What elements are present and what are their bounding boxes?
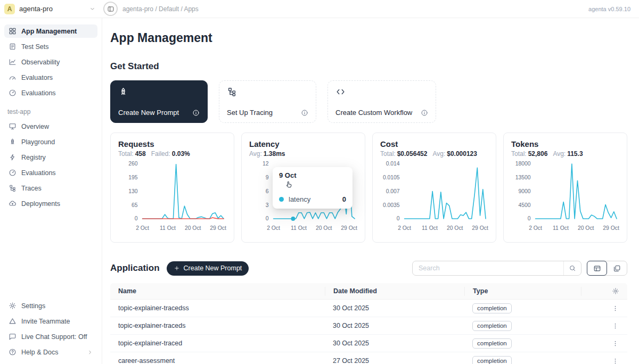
cardview-icon xyxy=(613,264,621,272)
tooltip-value: 0 xyxy=(342,195,346,203)
dotsv-icon xyxy=(611,340,619,348)
chart-plot[interactable]: 0651301952602 Oct11 Oct20 Oct29 Oct xyxy=(118,161,226,237)
app-name: career-assessment xyxy=(110,357,325,364)
hand-icon xyxy=(284,180,293,189)
table-row[interactable]: topic-explainer-tracedss30 Oct 2025compl… xyxy=(110,300,627,317)
apps-table: Name Date Modified Type topic-explainer-… xyxy=(110,283,627,364)
svg-text:11 Oct: 11 Oct xyxy=(553,225,569,231)
sidebar-item-evaluations[interactable]: Evaluations xyxy=(4,166,97,179)
chevron-down-icon[interactable] xyxy=(89,5,96,12)
get-started-card-create-custom-workflow[interactable]: Create Custom Workflow xyxy=(327,80,436,123)
legend-dot xyxy=(279,197,284,202)
sidebar-footer-nav: SettingsInvite TeammateLive Chat Support… xyxy=(4,299,97,361)
table-row[interactable]: topic-explainer-traced30 Oct 2025complet… xyxy=(110,335,627,352)
sidebar-item-overview[interactable]: Overview xyxy=(4,120,97,133)
chart-title: Requests xyxy=(118,139,226,148)
table-header: Name Date Modified Type xyxy=(110,283,627,300)
tokens-chart-card: TokensTotal:52,806Avg:115.30450090001350… xyxy=(503,133,627,243)
chart-plot[interactable]: 04500900013500180002 Oct11 Oct20 Oct29 O… xyxy=(511,161,619,237)
sidebar-item-deployments[interactable]: Deployments xyxy=(4,197,97,210)
chev-right-icon xyxy=(87,349,93,355)
svg-text:4500: 4500 xyxy=(519,202,531,208)
app-type-badge: completion xyxy=(472,303,512,313)
gear-icon xyxy=(9,302,17,310)
column-header-type[interactable]: Type xyxy=(464,287,580,296)
svg-text:9000: 9000 xyxy=(519,188,531,194)
column-settings-gear-icon[interactable] xyxy=(612,287,619,295)
svg-text:2 Oct: 2 Oct xyxy=(398,225,411,231)
table-view-button[interactable] xyxy=(587,261,607,276)
sidebar-item-traces[interactable]: Traces xyxy=(4,181,97,195)
column-header-date-modified[interactable]: Date Modified xyxy=(325,287,464,296)
application-title: Application xyxy=(110,263,160,274)
sidebar-item-evaluators[interactable]: Evaluators xyxy=(4,71,97,84)
workspace-avatar: A xyxy=(4,4,15,14)
dotsv-icon xyxy=(611,304,619,312)
search-box xyxy=(412,261,581,276)
get-started-card-create-new-prompt[interactable]: Create New Prompt xyxy=(110,80,208,123)
app-date-modified: 30 Oct 2025 xyxy=(325,322,464,329)
bolt-icon xyxy=(9,153,17,161)
sidebar-item-live-chat-support-off[interactable]: Live Chat Support: Off xyxy=(4,330,97,343)
list-icon xyxy=(9,43,17,51)
get-started-card-set-up-tracing[interactable]: Set Up Tracing xyxy=(219,80,316,123)
tree-icon xyxy=(227,87,237,97)
sidebar-item-settings[interactable]: Settings xyxy=(4,299,97,312)
svg-text:29 Oct: 29 Oct xyxy=(341,225,357,231)
table-row[interactable]: topic-explainer-traceds30 Oct 2025comple… xyxy=(110,317,627,335)
svg-text:0: 0 xyxy=(397,216,400,221)
row-menu-button[interactable] xyxy=(611,357,619,364)
sidebar-item-evaluations[interactable]: Evaluations xyxy=(4,86,97,100)
chart-stats: Total:52,806Avg:115.3 xyxy=(511,150,619,158)
sidebar-item-invite-teammate[interactable]: Invite Teammate xyxy=(4,315,97,328)
help-icon xyxy=(9,348,17,356)
search-icon xyxy=(569,264,576,272)
sidebar-item-app-management[interactable]: App Management xyxy=(4,24,97,38)
column-header-name[interactable]: Name xyxy=(110,287,325,296)
sidebar-main-nav: App ManagementTest SetsObservabilityEval… xyxy=(4,24,97,102)
sidebar-item-test-sets[interactable]: Test Sets xyxy=(4,40,97,53)
svg-text:130: 130 xyxy=(128,188,138,194)
requests-chart-card: RequestsTotal:458Failed:0.03%06513019526… xyxy=(110,133,234,243)
tooltip-series-label: latency xyxy=(289,195,310,203)
sidebar-item-help-docs[interactable]: Help & Docs xyxy=(4,345,97,359)
info-icon xyxy=(192,109,200,117)
svg-text:29 Oct: 29 Oct xyxy=(210,225,226,231)
row-menu-button[interactable] xyxy=(611,322,619,330)
svg-text:0: 0 xyxy=(135,216,138,221)
card-view-button[interactable] xyxy=(607,261,627,275)
search-input[interactable] xyxy=(413,264,563,272)
panel-icon xyxy=(107,5,114,13)
app-date-modified: 27 Oct 2025 xyxy=(325,357,464,364)
plus-icon xyxy=(174,265,180,271)
info-icon xyxy=(421,109,428,117)
sidebar-item-registry[interactable]: Registry xyxy=(4,151,97,164)
sidebar-item-playground[interactable]: Playground xyxy=(4,135,97,148)
gear-icon xyxy=(612,287,619,295)
row-menu-button[interactable] xyxy=(611,340,619,348)
code-icon xyxy=(335,87,346,97)
svg-text:0.007: 0.007 xyxy=(386,188,400,194)
table-row[interactable]: career-assessment27 Oct 2025completion xyxy=(110,352,627,364)
chat-icon xyxy=(9,333,17,341)
workspace-selector[interactable]: A agenta-pro xyxy=(0,4,102,14)
rocket-icon xyxy=(9,138,17,146)
search-icon[interactable] xyxy=(563,261,581,275)
tooltip-date: 9 Oct xyxy=(279,171,346,179)
sidebar-item-observability[interactable]: Observability xyxy=(4,55,97,69)
chart-icon xyxy=(9,58,17,66)
svg-text:260: 260 xyxy=(128,161,138,167)
chart-tooltip: 9 Oct latency 0 xyxy=(273,167,353,209)
application-header: Application Create New Prompt xyxy=(110,261,627,276)
chart-plot[interactable]: 00.00350.0070.01050.0142 Oct11 Oct20 Oct… xyxy=(380,161,488,237)
create-new-prompt-button[interactable]: Create New Prompt xyxy=(167,261,249,276)
row-menu-button[interactable] xyxy=(611,304,619,312)
rocket-icon xyxy=(118,87,128,97)
chev-down-icon xyxy=(89,5,96,12)
chart-stats: Total:$0.056452Avg:$0.000123 xyxy=(380,150,488,158)
svg-text:0.0105: 0.0105 xyxy=(383,175,400,180)
plus-icon xyxy=(174,265,180,271)
sidebar-toggle-button[interactable] xyxy=(103,2,118,16)
svg-text:195: 195 xyxy=(128,175,138,180)
monitor-icon xyxy=(9,122,17,130)
